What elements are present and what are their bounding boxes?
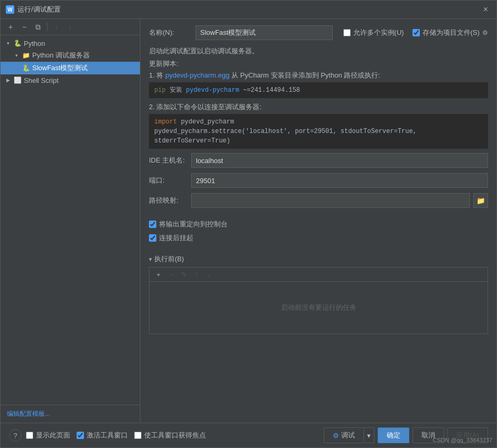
help-button[interactable]: ? bbox=[9, 429, 22, 442]
redirect-output-checkbox[interactable] bbox=[149, 221, 156, 228]
tree-item-slowfast[interactable]: 🐍 SlowFast模型测试 bbox=[1, 62, 140, 74]
suspend-label: 连接后挂起 bbox=[159, 233, 193, 243]
path-mapping-input[interactable] bbox=[191, 193, 470, 208]
code-ver: ~=241.14494.158 bbox=[243, 87, 300, 94]
code-settrace: pydevd_pycharm.settrace('localhost', por… bbox=[154, 128, 417, 145]
step1-egg: pydevd-pycharm.egg bbox=[165, 71, 229, 79]
path-mapping-label: 路径映射: bbox=[149, 196, 191, 205]
activate-window-checkbox[interactable] bbox=[77, 432, 84, 439]
path-mapping-controls: 📁 bbox=[191, 193, 488, 208]
redirect-output-checkbox-item: 将输出重定向到控制台 bbox=[149, 220, 488, 229]
focus-window-checkbox[interactable] bbox=[134, 432, 142, 439]
code-block-1: pip 安装 pydevd-pycharm ~=241.14494.158 bbox=[149, 82, 488, 98]
shell-icon: ⬜ bbox=[13, 76, 22, 84]
code-install: 安装 bbox=[170, 87, 186, 94]
before-edit-button[interactable]: ✎ bbox=[178, 269, 190, 280]
tree-label-shell: Shell Script bbox=[24, 77, 59, 84]
header-checkboxes: 允许多个实例(U) 存储为项目文件(S) ⚙ bbox=[343, 28, 488, 37]
show-page-label: 显示此页面 bbox=[36, 431, 70, 440]
expand-arrow-python: ▾ bbox=[5, 40, 11, 46]
tree-item-python-debug-server[interactable]: ▾ 📁 Python 调试服务器 bbox=[1, 49, 140, 62]
tree-item-python-root[interactable]: ▾ 🐍 Python bbox=[1, 37, 140, 49]
show-page-checkbox-item: 显示此页面 bbox=[26, 431, 70, 440]
code-block-2: import pydevd_pycharm pydevd_pycharm.set… bbox=[149, 114, 488, 149]
suspend-checkbox-item: 连接后挂起 bbox=[149, 233, 488, 243]
config-tree: ▾ 🐍 Python ▾ 📁 Python 调试服务器 🐍 SlowFast模型… bbox=[1, 35, 140, 405]
name-label: 名称(N): bbox=[149, 28, 191, 37]
toolbar-separator bbox=[47, 23, 48, 31]
ide-host-label: IDE 主机名: bbox=[149, 156, 191, 165]
step2-text: 2. 添加以下命令以连接至调试服务器: bbox=[149, 102, 488, 112]
focus-window-checkbox-item: 使工具窗口获得焦点 bbox=[134, 431, 206, 440]
focus-window-label: 使工具窗口获得焦点 bbox=[144, 431, 206, 440]
move-up-button[interactable]: ↑ bbox=[51, 21, 62, 33]
save-to-project-label: 存储为项目文件(S) bbox=[423, 28, 480, 37]
right-panel: 名称(N): 允许多个实例(U) 存储为项目文件(S) ⚙ 启动此调试 bbox=[140, 19, 496, 423]
tree-label-slowfast: SlowFast模型测试 bbox=[32, 63, 88, 73]
save-to-project-checkbox-item: 存储为项目文件(S) ⚙ bbox=[412, 28, 488, 37]
slowfast-config-icon: 🐍 bbox=[22, 64, 30, 72]
debug-button-group: ⚙ 调试 ▾ bbox=[324, 427, 374, 443]
before-toolbar: + − ✎ ↑ ↓ bbox=[149, 267, 488, 281]
before-move-down-button[interactable]: ↓ bbox=[203, 269, 215, 280]
port-row: 端口: bbox=[149, 173, 488, 188]
expand-arrow-debug-server: ▾ bbox=[13, 52, 20, 59]
move-down-button[interactable]: ↓ bbox=[64, 21, 76, 33]
before-add-button[interactable]: + bbox=[153, 269, 164, 280]
code-import-kw: import bbox=[154, 118, 181, 126]
options-checkboxes: 将输出重定向到控制台 连接后挂起 bbox=[149, 220, 488, 243]
port-input[interactable] bbox=[191, 173, 488, 188]
main-content: + − ⧉ ↑ ↓ ▾ 🐍 Python ▾ 📁 Python 调试服务器 bbox=[1, 19, 496, 423]
left-panel: + − ⧉ ↑ ↓ ▾ 🐍 Python ▾ 📁 Python 调试服务器 bbox=[1, 19, 140, 423]
title-bar: W 运行/调试配置 × bbox=[1, 1, 496, 19]
python-icon: 🐍 bbox=[13, 39, 22, 47]
suspend-checkbox[interactable] bbox=[149, 234, 156, 242]
debug-button[interactable]: ⚙ 调试 bbox=[324, 427, 364, 443]
close-button[interactable]: × bbox=[480, 4, 491, 15]
before-remove-button[interactable]: − bbox=[165, 269, 177, 280]
ide-host-row: IDE 主机名: bbox=[149, 153, 488, 168]
activate-window-label: 激活工具窗口 bbox=[87, 431, 128, 440]
name-input[interactable] bbox=[195, 25, 333, 40]
step1-prefix: 1. 将 bbox=[149, 71, 163, 79]
edit-template-link[interactable]: 编辑配置模板... bbox=[1, 405, 140, 423]
before-launch-empty-area: 启动前没有要运行的任务 bbox=[149, 281, 488, 334]
show-page-checkbox[interactable] bbox=[26, 432, 33, 439]
code-import-line: import pydevd_pycharm bbox=[154, 117, 483, 127]
tree-item-shell-script[interactable]: ▶ ⬜ Shell Script bbox=[1, 74, 140, 86]
run-debug-config-dialog: W 运行/调试配置 × + − ⧉ ↑ ↓ ▾ 🐍 Python bbox=[0, 0, 497, 448]
allow-multiple-label: 允许多个实例(U) bbox=[353, 28, 404, 37]
allow-multiple-checkbox-item: 允许多个实例(U) bbox=[343, 28, 404, 37]
bottom-checkboxes: 显示此页面 激活工具窗口 使工具窗口获得焦点 bbox=[26, 431, 206, 440]
tree-label-debug-server: Python 调试服务器 bbox=[32, 51, 90, 60]
before-launch-arrow[interactable]: ▾ bbox=[149, 256, 152, 263]
save-to-project-checkbox[interactable] bbox=[412, 29, 420, 36]
path-browse-button[interactable]: 📁 bbox=[473, 193, 488, 208]
watermark: CSDN @qq_33843237 bbox=[433, 437, 492, 443]
app-icon: W bbox=[6, 5, 14, 14]
code-import-module: pydevd_pycharm bbox=[181, 118, 234, 126]
debug-label: 调试 bbox=[341, 431, 355, 440]
name-row: 名称(N): bbox=[149, 25, 333, 40]
header-row: 名称(N): 允许多个实例(U) 存储为项目文件(S) ⚙ bbox=[149, 25, 488, 40]
copy-config-button[interactable]: ⧉ bbox=[32, 21, 44, 33]
allow-multiple-checkbox[interactable] bbox=[343, 29, 351, 36]
before-launch-section: ▾ 执行前(B) + − ✎ ↑ ↓ 启动前没有要运行的任务 bbox=[149, 254, 488, 334]
remove-config-button[interactable]: − bbox=[18, 21, 30, 33]
info-text: 启动此调试配置以启动调试服务器。 bbox=[149, 46, 488, 56]
code-settrace-line: pydevd_pycharm.settrace('localhost', por… bbox=[154, 127, 483, 146]
code-line-1: pip 安装 pydevd-pycharm ~=241.14494.158 bbox=[154, 85, 483, 95]
redirect-output-label: 将输出重定向到控制台 bbox=[159, 220, 228, 229]
add-config-button[interactable]: + bbox=[5, 21, 16, 33]
port-label: 端口: bbox=[149, 176, 191, 185]
bottom-bar: ? 显示此页面 激活工具窗口 使工具窗口获得焦点 ⚙ bbox=[1, 423, 496, 447]
code-pip: pip bbox=[154, 87, 166, 94]
debug-dropdown-button[interactable]: ▾ bbox=[364, 427, 374, 443]
ide-host-input[interactable] bbox=[191, 153, 488, 168]
update-script-label: 更新脚本: bbox=[149, 59, 488, 69]
ok-button[interactable]: 确定 bbox=[378, 427, 409, 443]
before-launch-header: ▾ 执行前(B) bbox=[149, 254, 488, 264]
before-move-up-button[interactable]: ↑ bbox=[191, 269, 202, 280]
tree-label-python: Python bbox=[24, 40, 45, 47]
settings-gear-icon[interactable]: ⚙ bbox=[482, 29, 488, 36]
